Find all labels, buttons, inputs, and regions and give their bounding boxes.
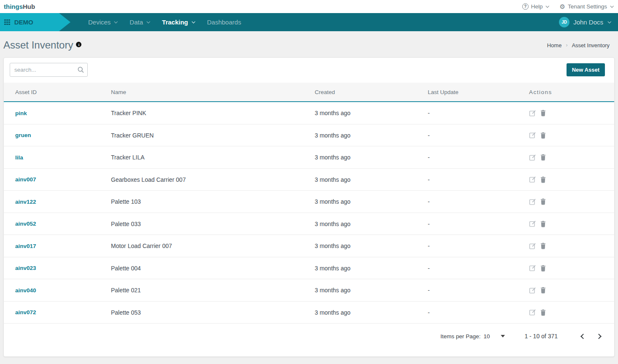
asset-last-update: -	[428, 221, 529, 227]
items-per-page-label: Items per Page:	[440, 333, 480, 340]
asset-name: Palette 053	[111, 309, 315, 316]
chevron-down-icon	[546, 4, 549, 8]
asset-name: Gearboxes Load Carrier 007	[111, 176, 315, 183]
thingshub-logo[interactable]: thingsHub	[4, 3, 35, 10]
delete-icon[interactable]	[540, 265, 546, 272]
asset-name: Tracker GRUEN	[111, 132, 315, 139]
asset-id-link[interactable]: ainv052	[15, 221, 111, 227]
asset-created: 3 months ago	[315, 287, 428, 294]
pagination-bar: Items per Page: 10 1 - 10 of 371	[4, 324, 614, 340]
help-menu[interactable]: ? Help	[522, 3, 549, 10]
tenant-selector[interactable]: DEMO	[0, 13, 70, 31]
nav-item-data[interactable]: Data	[130, 19, 149, 26]
user-menu[interactable]: JD John Docs	[559, 17, 618, 27]
asset-id-link[interactable]: lila	[15, 154, 111, 161]
breadcrumb-separator-icon: ›	[566, 42, 567, 48]
delete-icon[interactable]	[540, 176, 546, 183]
asset-created: 3 months ago	[315, 154, 428, 161]
edit-icon[interactable]	[529, 220, 536, 227]
breadcrumb-home[interactable]: Home	[547, 42, 562, 49]
table-row: ainv023 Palette 004 3 months ago -	[4, 257, 614, 280]
user-name: John Docs	[573, 19, 603, 26]
asset-id-link[interactable]: ainv072	[15, 309, 111, 315]
edit-icon[interactable]	[529, 132, 536, 139]
column-header-name: Name	[111, 89, 315, 95]
help-icon: ?	[522, 3, 529, 10]
asset-name: Palette 033	[111, 221, 315, 227]
edit-icon[interactable]	[529, 198, 536, 205]
gear-icon: ⚙	[559, 3, 565, 10]
table-row: ainv017 Motor Load Carrier 007 3 months …	[4, 235, 614, 257]
asset-last-update: -	[428, 198, 529, 205]
asset-id-link[interactable]: ainv017	[15, 243, 111, 249]
edit-icon[interactable]	[529, 309, 536, 316]
asset-id-link[interactable]: ainv122	[15, 199, 111, 205]
nav-item-label: Data	[130, 19, 143, 26]
asset-last-update: -	[428, 265, 529, 272]
tenant-settings-menu[interactable]: ⚙ Tenant Settings	[559, 3, 613, 10]
asset-id-link[interactable]: pink	[15, 110, 111, 116]
breadcrumb: Home › Asset Inventory	[547, 42, 610, 49]
delete-icon[interactable]	[540, 309, 546, 316]
edit-icon[interactable]	[529, 110, 536, 117]
items-per-page-dropdown-icon[interactable]	[501, 335, 505, 337]
asset-inventory-card: New Asset Asset ID Name Created Last Upd…	[3, 57, 615, 357]
new-asset-button[interactable]: New Asset	[567, 63, 605, 76]
delete-icon[interactable]	[540, 110, 546, 116]
table-body: pink Tracker PINK 3 months ago - gruen T…	[4, 102, 614, 324]
delete-icon[interactable]	[540, 154, 546, 161]
asset-created: 3 months ago	[315, 198, 428, 205]
info-icon[interactable]: i	[76, 42, 81, 47]
nav-item-dashboards[interactable]: Dashboards	[207, 19, 241, 26]
tenant-settings-label: Tenant Settings	[568, 3, 607, 10]
nav-item-devices[interactable]: Devices	[88, 19, 117, 26]
asset-name: Palette 103	[111, 198, 315, 205]
asset-created: 3 months ago	[315, 243, 428, 249]
items-per-page-select[interactable]: 10	[483, 333, 490, 340]
asset-last-update: -	[428, 287, 529, 294]
asset-name: Tracker PINK	[111, 110, 315, 116]
nav-item-tracking[interactable]: Tracking	[162, 19, 194, 26]
column-header-created: Created	[315, 89, 428, 95]
asset-id-link[interactable]: ainv023	[15, 265, 111, 271]
chevron-down-icon	[192, 20, 195, 23]
edit-icon[interactable]	[529, 243, 536, 250]
search-icon	[77, 66, 84, 73]
delete-icon[interactable]	[540, 287, 546, 294]
page-title: Asset Inventory	[3, 40, 73, 51]
table-row: pink Tracker PINK 3 months ago -	[4, 102, 614, 124]
table-row: ainv040 Palette 021 3 months ago -	[4, 279, 614, 302]
top-bar: thingsHub ? Help ⚙ Tenant Settings	[0, 0, 618, 13]
nav-item-label: Tracking	[162, 19, 188, 26]
asset-last-update: -	[428, 243, 529, 249]
asset-name: Motor Load Carrier 007	[111, 243, 315, 249]
nav-item-label: Devices	[88, 19, 111, 26]
next-page-icon[interactable]	[596, 334, 602, 339]
column-header-asset-id: Asset ID	[15, 89, 111, 95]
tenant-label: DEMO	[14, 19, 33, 26]
asset-id-link[interactable]: gruen	[15, 132, 111, 138]
delete-icon[interactable]	[540, 243, 546, 249]
asset-id-link[interactable]: ainv040	[15, 287, 111, 294]
previous-page-icon[interactable]	[580, 334, 586, 339]
asset-name: Tracker LILA	[111, 154, 315, 161]
delete-icon[interactable]	[540, 198, 546, 205]
asset-created: 3 months ago	[315, 110, 428, 116]
edit-icon[interactable]	[529, 287, 536, 294]
delete-icon[interactable]	[540, 221, 546, 227]
edit-icon[interactable]	[529, 264, 536, 272]
apps-grid-icon	[4, 19, 10, 25]
edit-icon[interactable]	[529, 154, 536, 161]
search-input[interactable]	[10, 63, 88, 77]
table-row: lila Tracker LILA 3 months ago -	[4, 146, 614, 169]
logo-part-1: things	[4, 3, 23, 10]
delete-icon[interactable]	[540, 132, 546, 139]
asset-last-update: -	[428, 154, 529, 161]
chevron-down-icon	[147, 20, 150, 23]
main-nav-bar: DEMO Devices Data Tracking Dashboards JD…	[0, 13, 618, 31]
edit-icon[interactable]	[529, 176, 536, 183]
help-label: Help	[531, 3, 543, 10]
asset-id-link[interactable]: ainv007	[15, 176, 111, 183]
table-row: gruen Tracker GRUEN 3 months ago -	[4, 124, 614, 147]
asset-name: Palette 021	[111, 287, 315, 294]
